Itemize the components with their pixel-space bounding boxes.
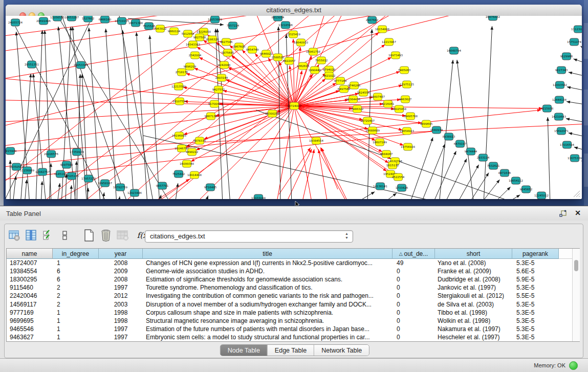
window-resize-grip[interactable] <box>572 189 581 198</box>
graph-node[interactable]: 7986322 <box>351 105 364 113</box>
table-row[interactable]: 2242004622012Investigating the contribut… <box>7 292 572 300</box>
table-cell[interactable]: 2008 <box>99 259 143 267</box>
graph-node[interactable]: 24055724 <box>8 19 23 26</box>
column-header-out_de[interactable]: △out_de... <box>393 249 435 259</box>
table-cell[interactable]: Tibbo et al. (1998) <box>435 309 512 316</box>
graph-edge[interactable] <box>580 46 582 51</box>
graph-node[interactable]: 13325419 <box>286 31 300 38</box>
table-cell[interactable]: 1 <box>53 259 99 267</box>
graph-edge[interactable] <box>148 35 160 199</box>
table-cell[interactable]: 1997 <box>99 284 143 291</box>
graph-node[interactable]: 12444134 <box>552 96 567 103</box>
table-row[interactable]: 1872400712008Changes of HCN gene express… <box>7 259 572 267</box>
graph-node[interactable]: 8938923 <box>443 133 455 140</box>
table-cell[interactable]: 0 <box>393 292 435 299</box>
table-cell[interactable]: Jankovic et al. (1997) <box>435 284 512 291</box>
table-cell[interactable]: Nakamura et al. (1997) <box>435 325 512 333</box>
graph-edge[interactable] <box>567 101 582 105</box>
graph-edge[interactable] <box>86 188 90 199</box>
float-panel-icon[interactable] <box>559 210 568 218</box>
column-header-in_degree[interactable]: in_degree <box>53 249 99 259</box>
table-cell[interactable]: 1 <box>53 325 99 333</box>
graph-node[interactable]: 18495768 <box>403 113 418 120</box>
table-cell[interactable]: Embryonic stem cells: a model to study s… <box>143 334 393 341</box>
table-cell[interactable]: 5.3E-5 <box>512 284 559 291</box>
table-cell[interactable]: Estimation of the future numbers of pati… <box>143 325 393 333</box>
graph-edge[interactable] <box>573 59 582 64</box>
graph-node[interactable]: 1990448 <box>309 67 321 74</box>
table-cell[interactable]: 5.5E-5 <box>512 292 559 299</box>
graph-edge[interactable] <box>504 195 520 199</box>
graph-node[interactable]: 16053809 <box>208 16 222 23</box>
table-cell[interactable]: 5.3E-5 <box>512 301 559 308</box>
table-cell[interactable]: 14569117 <box>7 301 53 308</box>
table-row[interactable]: 1938455462009Genome-wide association stu… <box>7 267 572 275</box>
graph-node[interactable]: 10653287 <box>64 16 79 21</box>
graph-edge[interactable] <box>567 86 582 91</box>
graph-node[interactable]: 12975125 <box>400 81 414 88</box>
graph-node[interactable]: 2933114 <box>477 154 490 161</box>
table-row[interactable]: 946362711997Embryonic stem cells: a mode… <box>7 333 572 341</box>
graph-edge[interactable] <box>480 180 499 199</box>
table-cell[interactable]: 2 <box>53 301 99 308</box>
table-cell[interactable]: Hescheler et al. (1997) <box>435 334 512 341</box>
graph-edge[interactable] <box>566 118 582 123</box>
table-cell[interactable]: 5.3E-5 <box>512 317 559 324</box>
column-header-name[interactable]: name <box>7 249 53 259</box>
graph-node[interactable]: 9777169 <box>334 77 347 84</box>
graph-node[interactable]: 20551351 <box>25 61 39 68</box>
network-graph[interactable]: 2405572420691406110565351065328715276026… <box>6 16 582 199</box>
table-cell[interactable]: 49 <box>393 259 435 267</box>
graph-node[interactable]: 10654112 <box>509 177 523 184</box>
table-cell[interactable]: 1998 <box>99 317 143 324</box>
table-cell[interactable]: 0 <box>393 284 435 291</box>
table-cell[interactable]: 19384554 <box>7 268 53 275</box>
graph-edge[interactable] <box>294 106 312 199</box>
graph-edge[interactable] <box>492 187 511 199</box>
graph-node[interactable]: 9170041 <box>208 100 221 107</box>
table-cell[interactable]: 6 <box>53 276 99 283</box>
graph-node[interactable]: 19196805 <box>172 132 186 139</box>
table-cell[interactable]: 9465546 <box>7 325 53 333</box>
graph-node[interactable]: 7632621 <box>487 162 500 169</box>
table-row[interactable]: 969969511998Structural magnetic resonanc… <box>7 317 572 325</box>
graph-node[interactable]: 20691406 <box>36 17 51 25</box>
graph-edge[interactable] <box>468 173 489 199</box>
table-cell[interactable]: Structural magnetic resonance image aver… <box>143 317 393 324</box>
graph-node[interactable]: 9245652 <box>520 186 533 193</box>
table-cell[interactable]: 2008 <box>99 276 143 283</box>
table-cell[interactable]: Tourette syndrome. Phenomenology and cla… <box>143 284 393 291</box>
graph-node[interactable]: 9684067 <box>380 150 393 158</box>
column-header-title[interactable]: title <box>143 249 393 259</box>
graph-node[interactable]: 15751074 <box>567 38 581 46</box>
graph-node[interactable]: 9867130 <box>205 113 217 120</box>
table-cell[interactable]: 0 <box>393 301 435 308</box>
graph-node[interactable]: 2522554 <box>392 173 405 181</box>
graph-node[interactable]: 4498222 <box>186 148 199 156</box>
graph-edge[interactable] <box>32 74 46 199</box>
graph-edge[interactable] <box>432 151 456 199</box>
column-visibility-button[interactable] <box>24 228 38 243</box>
graph-node[interactable]: 10807487 <box>371 93 385 100</box>
graph-node[interactable]: 11933044 <box>251 194 266 199</box>
graph-node[interactable]: 5624554 <box>357 89 370 96</box>
table-cell[interactable]: Wolkin et al. (1998) <box>435 317 512 324</box>
graph-node[interactable]: 5421022 <box>323 72 336 79</box>
graph-node[interactable]: 12245012 <box>534 192 549 199</box>
tab-edge-table[interactable]: Edge Table <box>268 345 314 356</box>
table-cell[interactable]: Dudbridge et al. (2008) <box>435 276 512 283</box>
graph-edge[interactable] <box>25 180 28 199</box>
graph-node[interactable]: 10688609 <box>365 127 380 134</box>
table-cell[interactable]: Franke et al. (2009) <box>435 268 512 275</box>
table-cell[interactable]: 5.3E-5 <box>512 334 559 341</box>
graph-edge[interactable] <box>294 71 302 106</box>
table-body[interactable]: 1872400712008Changes of HCN gene express… <box>7 259 572 341</box>
graph-node[interactable]: 18640910 <box>294 39 308 46</box>
graph-edge[interactable] <box>104 29 117 199</box>
memory-status-indicator[interactable] <box>569 361 578 370</box>
table-cell[interactable]: Corpus callosum shape and size in male p… <box>143 309 393 316</box>
graph-edge[interactable] <box>119 16 154 199</box>
graph-node[interactable]: 11675339 <box>568 155 582 162</box>
table-cell[interactable]: 5.3E-5 <box>512 325 559 333</box>
graph-node[interactable]: 9427552 <box>212 86 225 93</box>
